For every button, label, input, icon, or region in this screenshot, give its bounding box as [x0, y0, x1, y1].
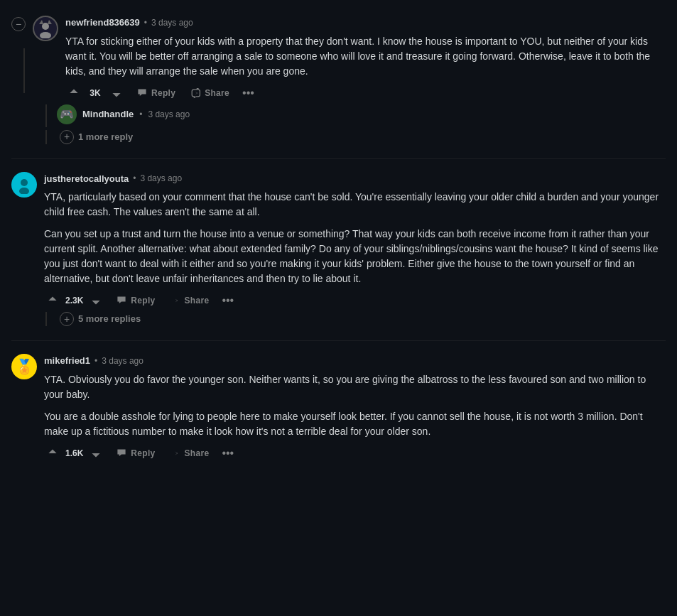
avatar-image — [15, 175, 33, 194]
downvote-button[interactable] — [108, 85, 125, 102]
share-button[interactable]: Share — [164, 445, 215, 462]
share-button[interactable]: Share — [164, 292, 215, 309]
avatar — [33, 16, 58, 41]
comment-header: mikefried1 • 3 days ago — [44, 354, 666, 368]
vote-count: 3K — [87, 87, 104, 99]
more-options-button[interactable]: ••• — [217, 445, 238, 462]
comment-actions: 2.3K Reply Share ••• — [44, 292, 666, 309]
comment-item: − newfriend836639 • 3 days ago YTA for s… — [11, 9, 666, 104]
svg-point-6 — [21, 179, 28, 186]
collapse-button[interactable]: − — [11, 17, 26, 31]
reply-button[interactable]: Reply — [110, 445, 161, 462]
comment-header: newfriend836639 • 3 days ago — [65, 16, 666, 30]
more-replies-container[interactable]: + 1 more reply — [11, 130, 666, 153]
reply-header: 🎮 Mindhandle • 3 days ago — [57, 104, 666, 124]
more-replies-label-2: 5 more replies — [78, 312, 141, 326]
reply-content: 🎮 Mindhandle • 3 days ago — [57, 104, 666, 127]
downvote-button[interactable] — [87, 292, 104, 309]
username: mikefried1 — [44, 354, 90, 368]
expand-replies-icon-2[interactable]: + — [60, 312, 74, 326]
reply-section: 🎮 Mindhandle • 3 days ago — [11, 104, 666, 130]
downvote-button[interactable] — [87, 445, 104, 462]
reply-username: Mindhandle — [82, 107, 134, 121]
expand-replies-icon[interactable]: + — [60, 130, 74, 144]
vote-section: 2.3K — [44, 292, 104, 309]
upvote-button[interactable] — [65, 85, 82, 102]
timestamp: 3 days ago — [151, 16, 193, 29]
timestamp: 3 days ago — [102, 355, 143, 367]
vote-count: 1.6K — [65, 447, 83, 460]
comment-item: justheretocallyouta • 3 days ago YTA, pa… — [11, 165, 666, 313]
reply-avatar: 🎮 — [57, 104, 77, 124]
username: justheretocallyouta — [44, 172, 129, 186]
avatar — [11, 172, 37, 198]
more-options-button[interactable]: ••• — [217, 292, 238, 309]
reply-button[interactable]: Reply — [131, 85, 181, 102]
reply-timestamp: 3 days ago — [148, 108, 190, 121]
more-options-button[interactable]: ••• — [238, 85, 259, 102]
comment-actions: 3K Reply Share ••• — [65, 85, 666, 102]
username: newfriend836639 — [65, 16, 140, 30]
more-replies-label: 1 more reply — [78, 130, 133, 144]
comment-section: − newfriend836639 • 3 days ago YTA for s… — [11, 9, 666, 465]
vote-section: 3K — [65, 85, 125, 102]
vote-section: 1.6K — [44, 445, 104, 462]
divider — [11, 158, 666, 159]
comment-text: YTA for sticking either of your kids wit… — [65, 34, 666, 79]
comment-body: newfriend836639 • 3 days ago YTA for sti… — [65, 16, 666, 102]
thread-connector — [45, 104, 47, 127]
comment-text: YTA, particularly based on your comment … — [44, 190, 666, 286]
more-replies-container-2[interactable]: + 5 more replies — [11, 312, 666, 335]
divider-2 — [11, 340, 666, 341]
timestamp: 3 days ago — [140, 172, 182, 185]
avatar: 🏅 — [11, 354, 37, 379]
comment-item: 🏅 mikefried1 • 3 days ago YTA. Obviously… — [11, 347, 666, 465]
upvote-button[interactable] — [44, 445, 61, 462]
avatar-image — [36, 18, 55, 38]
comment-actions: 1.6K Reply Share ••• — [44, 445, 666, 462]
comment-text: YTA. Obviously you do favor the younger … — [44, 372, 666, 439]
comment-body: mikefried1 • 3 days ago YTA. Obviously y… — [44, 354, 666, 462]
comment-header: justheretocallyouta • 3 days ago — [44, 172, 666, 186]
reply-button[interactable]: Reply — [110, 292, 161, 309]
vote-count: 2.3K — [65, 294, 83, 307]
upvote-button[interactable] — [44, 292, 61, 309]
share-button[interactable]: Share — [184, 85, 235, 102]
thread-line — [23, 48, 25, 93]
comment-body: justheretocallyouta • 3 days ago YTA, pa… — [44, 172, 666, 310]
